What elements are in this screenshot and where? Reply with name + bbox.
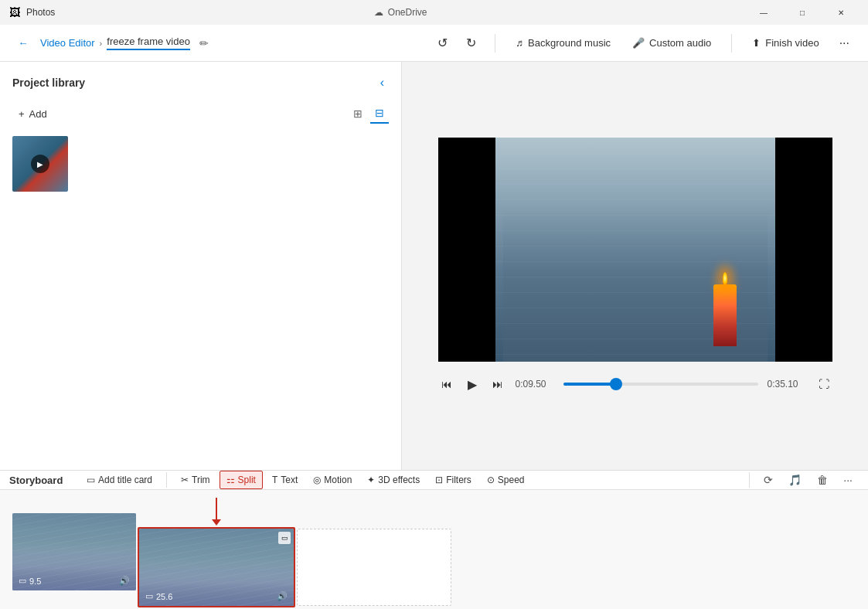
clip-1-duration: ▭ 9.5 (19, 576, 41, 586)
toolbar-divider-2 (731, 34, 732, 53)
sb-divider-1 (166, 472, 167, 488)
progress-thumb[interactable] (610, 378, 622, 390)
split-label: Split (238, 475, 256, 485)
more-icon: ··· (839, 36, 849, 49)
redo-icon: ↻ (466, 36, 476, 49)
storyboard-toolbar: Storyboard ▭ Add title card ✂ Trim ⚏ Spl… (0, 471, 868, 490)
empty-clip-slot (297, 529, 451, 606)
text-label: Text (281, 475, 298, 485)
motion-button[interactable]: ◎ Motion (307, 471, 358, 488)
storyboard-more-button[interactable]: ··· (837, 471, 859, 489)
trim-label: Trim (192, 475, 210, 485)
media-grid: ▶ (12, 136, 389, 192)
background-music-label: Background music (528, 37, 611, 49)
fullscreen-button[interactable]: ⛶ (815, 375, 832, 393)
background-music-button[interactable]: ♬ Background music (508, 34, 618, 52)
3d-effects-button[interactable]: ✦ 3D effects (361, 471, 426, 488)
current-time: 0:09.50 (516, 379, 554, 390)
list-icon: ⊟ (375, 107, 384, 119)
onedrive-icon: ☁ (374, 7, 383, 18)
delete-button[interactable]: 🗑 (811, 471, 834, 489)
main-area: Project library ‹ + Add ⊞ ⊟ ▶ (0, 62, 868, 470)
rename-button[interactable]: ✏ (196, 34, 212, 53)
split-button[interactable]: ⚏ Split (220, 471, 263, 489)
back-icon: ← (18, 37, 28, 49)
view-toggle: ⊞ ⊟ (349, 104, 389, 124)
audio-icon: 🎤 (632, 37, 645, 49)
clip-2[interactable]: ▭ ▭ 25.6 🔊 (139, 529, 294, 606)
media-thumbnail[interactable]: ▶ (12, 136, 68, 192)
clip-2-audio: 🔊 (277, 591, 288, 601)
candle-flame (723, 272, 727, 284)
clips-area: ▭ 9.5 🔊 ▭ ▭ 25.6 🔊 (0, 490, 868, 609)
redo-button[interactable]: ↻ (460, 32, 482, 53)
filters-label: Filters (446, 475, 471, 485)
finish-video-label: Finish video (765, 37, 819, 49)
video-letterbox-right (775, 138, 832, 362)
filters-button[interactable]: ⊡ Filters (429, 471, 478, 488)
back-button[interactable]: ← (12, 32, 34, 54)
grid-icon: ⊞ (353, 107, 363, 120)
progress-track[interactable] (563, 383, 758, 386)
breadcrumb-current: freeze frame video (107, 36, 190, 50)
app-icon: 🖼 (9, 6, 20, 19)
audio-button[interactable]: 🎵 (782, 471, 808, 489)
clip-1-thumbnail: ▭ 9.5 🔊 (12, 513, 136, 590)
effects-icon: ✦ (367, 475, 375, 485)
panel-header: Project library ‹ (12, 74, 389, 91)
video-preview-panel: ⏮ ▶ ⏭ 0:09.50 0:35.10 ⛶ (402, 62, 868, 470)
custom-audio-button[interactable]: 🎤 Custom audio (625, 34, 719, 52)
toolbar-divider-1 (495, 34, 495, 53)
add-icon: + (19, 108, 25, 120)
speed-button[interactable]: ⊙ Speed (481, 471, 531, 488)
breadcrumb-separator: › (100, 39, 103, 48)
trim-icon: ✂ (181, 475, 189, 485)
close-button[interactable]: ✕ (823, 0, 859, 25)
video-letterbox-left (438, 138, 495, 362)
more-options-button[interactable]: ··· (833, 33, 856, 53)
sb-divider-2 (749, 472, 750, 488)
finish-video-button[interactable]: ⬆ Finish video (744, 34, 826, 52)
effects-label: 3D effects (378, 475, 420, 485)
collapse-icon: ‹ (380, 76, 384, 89)
filters-icon: ⊡ (435, 475, 443, 485)
list-view-button[interactable]: ⊟ (370, 104, 389, 124)
fast-forward-button[interactable]: ⏭ (489, 375, 506, 393)
undo-button[interactable]: ↺ (431, 32, 454, 53)
undo-icon: ↺ (437, 36, 448, 49)
play-button[interactable]: ▶ (465, 374, 480, 395)
maximize-button[interactable]: □ (785, 0, 820, 25)
rewind-button[interactable]: ⏮ (438, 375, 455, 393)
rotate-button[interactable]: ⟳ (757, 471, 779, 489)
storyboard-bar: Storyboard ▭ Add title card ✂ Trim ⚏ Spl… (0, 470, 868, 609)
add-title-card-button[interactable]: ▭ Add title card (80, 471, 158, 488)
clip-1[interactable]: ▭ 9.5 🔊 (12, 513, 136, 590)
storyboard-label: Storyboard (9, 475, 71, 486)
custom-audio-label: Custom audio (649, 37, 711, 49)
motion-icon: ◎ (313, 475, 321, 485)
text-button[interactable]: T Text (266, 471, 304, 488)
candle-body (713, 284, 737, 346)
title-bar-left: 🖼 Photos (9, 6, 55, 19)
clip-icon: ▭ (19, 576, 26, 586)
add-title-card-label: Add title card (98, 475, 152, 485)
breadcrumb-parent[interactable]: Video Editor (40, 37, 95, 49)
minimize-button[interactable]: — (746, 0, 781, 25)
split-indicator-arrow (212, 498, 221, 526)
progress-fill (563, 383, 616, 386)
title-bar: 🖼 Photos ☁ OneDrive — □ ✕ (0, 0, 868, 25)
clip-2-thumbnail: ▭ ▭ 25.6 🔊 (139, 529, 294, 606)
clip-1-audio: 🔊 (119, 576, 130, 586)
split-icon: ⚏ (226, 475, 235, 485)
app-title: Photos (26, 7, 55, 18)
music-icon: ♬ (516, 37, 523, 49)
panel-collapse-button[interactable]: ‹ (376, 74, 389, 91)
export-icon: ⬆ (752, 37, 761, 49)
grid-view-button[interactable]: ⊞ (349, 104, 367, 124)
project-library-panel: Project library ‹ + Add ⊞ ⊟ ▶ (0, 62, 402, 470)
breadcrumb: Video Editor › freeze frame video (40, 36, 190, 50)
window-controls: — □ ✕ (746, 0, 859, 25)
add-media-button[interactable]: + Add (12, 105, 53, 123)
trim-button[interactable]: ✂ Trim (175, 471, 216, 488)
edit-icon: ✏ (199, 37, 209, 49)
